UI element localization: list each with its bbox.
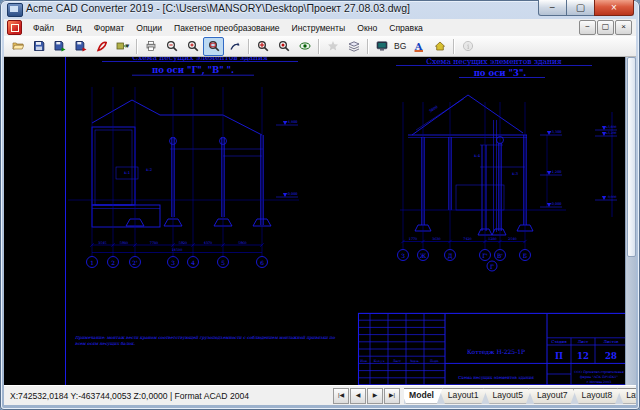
roof-dimension: 5800	[429, 105, 439, 114]
tab-model[interactable]: Model	[404, 388, 443, 404]
menu-item-6[interactable]: Окно	[351, 20, 383, 36]
pan-icon	[229, 40, 241, 52]
background-color-button[interactable]	[371, 37, 392, 56]
print-button[interactable]	[140, 37, 161, 56]
menu-item-1[interactable]: Вид	[60, 20, 88, 36]
save-button[interactable]	[28, 37, 49, 56]
layers-button[interactable]	[343, 37, 364, 56]
stage-label: Стадия	[551, 339, 567, 344]
about-icon: i	[462, 40, 474, 52]
right-drawing-title-1: Схема несущих элементов здания	[426, 57, 562, 66]
svg-text:5960: 5960	[238, 241, 246, 245]
eye-icon	[299, 40, 311, 52]
layout-tabs: ModelLayout1Layout5Layout7Layout8Lay	[404, 388, 636, 404]
svg-text:Кол.уч: Кол.уч	[374, 359, 385, 363]
menu-item-4[interactable]: Пакетное преобразование	[168, 20, 286, 36]
menu-item-5[interactable]: Инструменты	[286, 20, 352, 36]
svg-text:Д: Д	[448, 253, 453, 259]
zoom-extents-button[interactable]	[252, 37, 273, 56]
svg-text:3: 3	[171, 260, 175, 266]
sheet-label: Лист	[578, 339, 589, 344]
menu-item-0[interactable]: Файл	[27, 20, 60, 36]
save-as-button[interactable]	[49, 37, 70, 56]
batch-convert-button[interactable]: ▾	[112, 37, 133, 56]
toolbar-divider	[453, 39, 454, 54]
tab-layout8[interactable]: Layout8	[573, 388, 622, 404]
titleblock-drawing-name: Схема несущих элементов здания	[458, 375, 534, 380]
svg-text:7780: 7780	[150, 241, 158, 245]
pan-button[interactable]	[224, 37, 245, 56]
open-button[interactable]	[7, 37, 28, 56]
svg-text:2: 2	[111, 260, 115, 266]
titleblock-project: Коттедж Н-225-1Р	[467, 348, 525, 355]
sheets-label: Листов	[603, 339, 619, 344]
pdf-convert-button[interactable]	[91, 37, 112, 56]
svg-text:5: 5	[221, 260, 225, 266]
scrollbar-thumb[interactable]	[627, 57, 636, 257]
about-button: i	[457, 37, 478, 56]
left-drawing-title-2: по оси "Г", "В" ".	[152, 65, 234, 76]
svg-text:Г: Г	[490, 264, 494, 270]
zoomout-icon	[166, 40, 178, 52]
svg-text:7420: 7420	[463, 237, 471, 241]
tab-layout1[interactable]: Layout1	[439, 388, 488, 404]
svg-text:14500: 14500	[172, 248, 183, 252]
sheet-nav-2[interactable]: ▶	[367, 388, 383, 404]
title-bar[interactable]: Acme CAD Converter 2019 - [C:\Users\MANS…	[0, 0, 640, 19]
tab-layout7[interactable]: Layout7	[528, 388, 577, 404]
zoom-window-button[interactable]	[203, 37, 224, 56]
menu-item-3[interactable]: Опции	[130, 20, 168, 36]
sheet-value: 12	[577, 351, 589, 361]
svg-text:Б: Б	[523, 253, 527, 259]
element-tags: Б-1Б-2Б-4Б-3	[124, 154, 519, 176]
home-icon	[434, 40, 446, 52]
zoom-previous-button[interactable]	[273, 37, 294, 56]
dimension-lines: 3545598077805920437059601450017703630742…	[90, 237, 526, 252]
open-icon	[12, 40, 24, 52]
svg-text:+5,200: +5,200	[605, 131, 616, 135]
minimize-button[interactable]: −	[538, 0, 567, 16]
zoom-in-button[interactable]	[182, 37, 203, 56]
tab-lay[interactable]: Lay	[617, 388, 636, 404]
zoomprev-icon	[278, 40, 290, 52]
sheet-nav-1[interactable]: ◀	[350, 388, 366, 404]
svg-text:Г': Г'	[482, 253, 488, 259]
company-line-3: г.Москва 2003	[587, 380, 611, 384]
textstyle-icon: А	[413, 40, 425, 52]
svg-text:3545: 3545	[98, 241, 106, 245]
mdi-restore-button[interactable]: ▢	[597, 20, 614, 35]
mdi-controls: − ▢ ×	[579, 20, 632, 35]
svg-text:+4,800: +4,800	[285, 120, 298, 124]
mdi-minimize-button[interactable]: −	[579, 20, 596, 35]
svg-text:5920: 5920	[179, 241, 187, 245]
home-view-button[interactable]	[429, 37, 450, 56]
mdi-close-button[interactable]: ×	[615, 20, 632, 35]
svg-text:4370: 4370	[204, 241, 212, 245]
dropdown-caret-icon[interactable]: ▾	[126, 42, 130, 50]
sheet-nav-buttons: |◀◀▶▶|	[332, 388, 400, 404]
close-button[interactable]: ×	[594, 0, 634, 16]
toolbar: ▾BGАi	[4, 36, 636, 57]
svg-text:+5,600: +5,600	[605, 125, 616, 129]
svg-text:Б-2: Б-2	[146, 168, 152, 172]
menu-item-7[interactable]: Справка	[383, 20, 429, 36]
sheet-nav-0[interactable]: |◀	[333, 388, 349, 404]
toolbar-divider	[367, 39, 368, 54]
svg-text:А: А	[414, 41, 423, 52]
left-elevation-drawing	[68, 100, 299, 227]
sheet-nav-3[interactable]: ▶|	[384, 388, 400, 404]
export-button[interactable]	[70, 37, 91, 56]
maximize-button[interactable]: ▢	[566, 0, 595, 16]
application-window: Acme CAD Converter 2019 - [C:\Users\MANS…	[0, 0, 640, 410]
svg-text:Ж: Ж	[420, 253, 427, 259]
zoom-out-button[interactable]	[161, 37, 182, 56]
tab-layout5[interactable]: Layout5	[483, 388, 532, 404]
svg-text:Подп.: Подп.	[430, 359, 439, 363]
svg-text:2': 2'	[132, 260, 138, 266]
menu-item-2[interactable]: Формат	[88, 20, 131, 36]
text-style-button[interactable]: А	[408, 37, 429, 56]
drawing-canvas[interactable]: Схема несущих элементов здания по оси "Г…	[4, 57, 625, 385]
print-icon	[145, 40, 157, 52]
view-button[interactable]	[294, 37, 315, 56]
vertical-scrollbar[interactable]	[625, 57, 636, 385]
